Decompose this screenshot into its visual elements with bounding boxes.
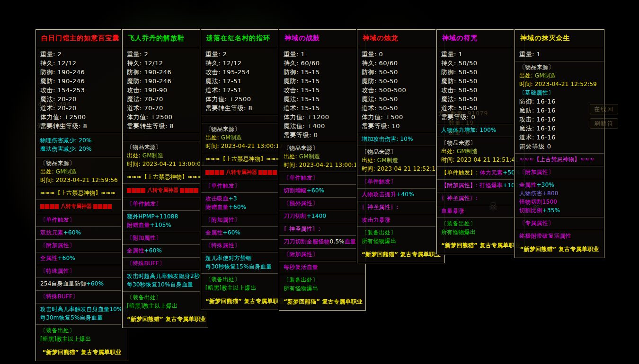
tooltip-line: 时间: 2023-04-21 13:00:17 xyxy=(205,142,283,150)
text-segment: 血量 xyxy=(345,238,356,245)
text-segment: 全属性 xyxy=(519,182,537,188)
tooltip-line: 切割比例+35% xyxy=(519,206,600,215)
red-block-icon xyxy=(141,188,145,193)
tooltip-line: 〔单件触发〕 xyxy=(127,199,204,208)
text-segment: +11088 xyxy=(155,213,178,220)
tooltip-line: 〔装备出处〕 xyxy=(205,275,283,284)
text-segment: 人物伤害 xyxy=(519,190,542,197)
text-segment: 〔物品来源〕 xyxy=(205,126,240,132)
text-segment: 〔装备出处〕 xyxy=(127,294,161,301)
text-segment: 所有怪物爆出 xyxy=(362,238,396,244)
stat-line: 需要转生等级: 8 xyxy=(127,121,204,130)
text-segment: 【附加属性】: xyxy=(441,182,479,189)
stat-line: 体力值: +1200 xyxy=(284,113,361,121)
tooltip-line: 怪物切割1500 xyxy=(519,198,600,206)
separator xyxy=(36,239,128,240)
stat-line: 魔法: 16-16 xyxy=(519,124,600,133)
tooltip-line: 人物体力增加: 100% xyxy=(441,126,520,134)
tooltip-line: 254自身血量防御+60% xyxy=(40,279,124,288)
tooltip-line: 攻击吸血+3 xyxy=(205,194,283,203)
banner-text: 八转专属神器 xyxy=(147,187,178,194)
item-title: 神域の烛龙 xyxy=(362,30,440,45)
item-title: 遗落在红名村的指环 xyxy=(205,30,283,45)
stat-line: 重量: 1 xyxy=(441,50,520,59)
stat-line: 魔法: 50-50 xyxy=(441,95,520,104)
red-block-icon xyxy=(220,170,224,175)
stat-line: 防御: 190-246 xyxy=(40,68,124,77)
text-segment: 〔特殊BUFF〕 xyxy=(40,293,78,300)
red-block-icon xyxy=(40,204,44,209)
tooltip-line: 时间: 2023-04-21 13:00:04 xyxy=(127,160,204,168)
separator xyxy=(437,217,524,218)
text-segment: 〔单件触发〕 xyxy=(284,174,318,181)
tooltip-line: 〔额外属性〕 xyxy=(284,199,361,208)
stat-line: 需要等级 0 xyxy=(519,142,600,151)
text-segment: 〔附加属性〕 xyxy=(127,234,161,241)
stat-line: 魔防: 190-246 xyxy=(127,77,204,86)
stat-line: 持久: 12/12 xyxy=(127,59,204,68)
background-button[interactable]: 在线回 xyxy=(590,104,618,114)
stats-block: 重量: 2持久: 12/12防御: 190-246魔防: 190-246攻击: … xyxy=(40,50,124,130)
red-block-icon xyxy=(127,188,131,193)
tooltip-line: 每秒复活血量 xyxy=(284,263,361,271)
tooltip-line: 每30秒恢复10%自身血量 xyxy=(127,280,204,289)
banner-text: 八转专属神器 xyxy=(61,203,92,210)
tooltip-line: 〔装备出处〕 xyxy=(441,219,520,228)
tooltip-line: 〔物品来源〕 xyxy=(441,139,520,147)
tooltip-line: 附赠血量+60% xyxy=(205,203,283,211)
item-tooltip: 神域の抹灭众生重量: 1〔物品来源〕出处: GM制造时间: 2023-04-21… xyxy=(515,29,604,258)
separator xyxy=(279,184,365,185)
tooltip-line: 〔单件触发〕 xyxy=(40,216,124,224)
stat-line: 道术: 50-50 xyxy=(441,104,520,113)
separator xyxy=(515,178,604,179)
text-segment: 〔装备出处〕 xyxy=(205,276,240,283)
tooltip-line: 出处: GM制造 xyxy=(127,151,204,160)
text-segment: +30% xyxy=(537,182,555,188)
stat-line: 体力值: +2500 xyxy=(40,113,124,121)
separator xyxy=(123,244,208,245)
separator xyxy=(36,324,128,325)
text-segment: 所有怪物爆出 xyxy=(284,285,318,292)
text-segment: 0.5% xyxy=(330,238,345,245)
stats-block: 重量: 2持久: 12/12攻击: 195-254魔法: 17-51道术: 17… xyxy=(205,50,283,113)
text-segment: 出处: xyxy=(441,148,457,155)
text-segment: +40% xyxy=(396,191,414,198)
eight-turn-exclusive-banner: 八转专属神器 xyxy=(205,167,283,177)
tooltip-line: 〔附加属性〕 xyxy=(127,234,204,242)
separator xyxy=(279,171,365,172)
text-segment: 攻击时高几率触发自身血量10%伤害 xyxy=(40,306,128,312)
separator xyxy=(279,235,365,236)
separator xyxy=(36,213,128,214)
separator xyxy=(279,197,365,198)
stat-line: 需要等级: 10 xyxy=(362,121,440,130)
separator xyxy=(437,166,524,167)
tooltip-line: ≈≈≈【上古禁忌神物】≈≈≈ xyxy=(205,155,283,163)
separator xyxy=(279,209,365,210)
separator xyxy=(201,226,287,227)
separator xyxy=(515,229,604,230)
text-segment: +60% xyxy=(86,280,104,287)
tooltip-line: 全属性+30% xyxy=(519,181,600,189)
tooltip-line: 〔附加属性〕 xyxy=(284,250,361,259)
red-block-icon xyxy=(93,204,98,209)
tooltip-line: 〔物品来源〕 xyxy=(205,125,283,133)
item-title: 飞人乔丹的解放鞋 xyxy=(127,30,204,45)
text-segment: 〔物品来源〕 xyxy=(40,160,75,166)
text-segment: GM制造 xyxy=(457,148,478,155)
text-segment: +60% xyxy=(223,229,241,236)
text-segment: 〖神圣属性〗: xyxy=(284,225,320,232)
stat-line: 重量: 2 xyxy=(40,50,124,59)
stat-line: 持久: 60/60 xyxy=(362,59,440,68)
text-segment: ≈≈≈【上古禁忌神物】≈≈≈ xyxy=(519,156,595,163)
separator xyxy=(515,217,604,217)
tooltip-line: 血量暴涨 xyxy=(441,207,520,215)
item-title: 神域の符咒 xyxy=(441,30,520,45)
stat-line: 魔法: 70-70 xyxy=(127,95,204,104)
text-segment: 〔特殊BUFF〕 xyxy=(127,260,165,267)
background-button[interactable]: 刷新符 xyxy=(590,118,618,129)
separator xyxy=(357,175,444,176)
stat-line: 防御: 190-246 xyxy=(127,68,204,77)
text-segment: 全属性 xyxy=(205,229,223,236)
text-segment: 攻击时超高几率触发隐身2秒 xyxy=(127,273,200,279)
tooltip-line: 出处: GM制造 xyxy=(362,156,440,165)
